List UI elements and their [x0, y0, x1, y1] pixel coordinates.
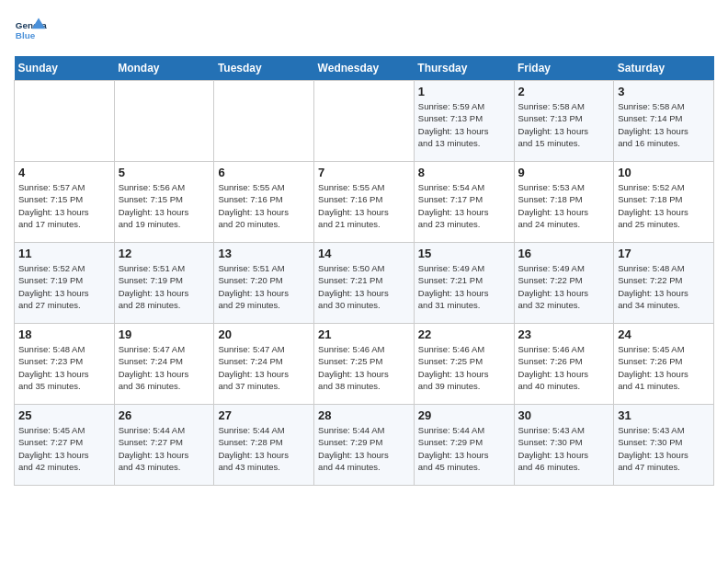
calendar-cell: 15Sunrise: 5:49 AM Sunset: 7:21 PM Dayli… [414, 243, 514, 324]
day-info: Sunrise: 5:52 AM Sunset: 7:19 PM Dayligh… [18, 262, 110, 311]
calendar-cell: 3Sunrise: 5:58 AM Sunset: 7:14 PM Daylig… [614, 81, 714, 162]
day-info: Sunrise: 5:46 AM Sunset: 7:25 PM Dayligh… [318, 343, 410, 392]
day-number: 25 [18, 408, 110, 422]
calendar-week-1: 1Sunrise: 5:59 AM Sunset: 7:13 PM Daylig… [15, 81, 714, 162]
day-info: Sunrise: 5:47 AM Sunset: 7:24 PM Dayligh… [119, 343, 210, 392]
calendar-table: SundayMondayTuesdayWednesdayThursdayFrid… [14, 56, 714, 486]
day-info: Sunrise: 5:53 AM Sunset: 7:18 PM Dayligh… [518, 181, 610, 230]
day-number: 3 [618, 85, 710, 98]
day-info: Sunrise: 5:55 AM Sunset: 7:16 PM Dayligh… [318, 181, 410, 230]
calendar-cell: 7Sunrise: 5:55 AM Sunset: 7:16 PM Daylig… [314, 162, 415, 243]
day-info: Sunrise: 5:51 AM Sunset: 7:20 PM Dayligh… [218, 262, 310, 311]
calendar-cell: 9Sunrise: 5:53 AM Sunset: 7:18 PM Daylig… [514, 162, 614, 243]
day-info: Sunrise: 5:58 AM Sunset: 7:13 PM Dayligh… [518, 100, 610, 149]
day-info: Sunrise: 5:50 AM Sunset: 7:21 PM Dayligh… [318, 262, 410, 311]
day-number: 28 [318, 408, 410, 422]
calendar-cell: 19Sunrise: 5:47 AM Sunset: 7:24 PM Dayli… [114, 324, 214, 405]
calendar-cell: 27Sunrise: 5:44 AM Sunset: 7:28 PM Dayli… [214, 405, 314, 486]
day-info: Sunrise: 5:43 AM Sunset: 7:30 PM Dayligh… [618, 424, 710, 473]
day-info: Sunrise: 5:44 AM Sunset: 7:29 PM Dayligh… [418, 424, 510, 473]
day-number: 15 [418, 247, 510, 260]
calendar-cell: 12Sunrise: 5:51 AM Sunset: 7:19 PM Dayli… [114, 243, 214, 324]
calendar-week-4: 18Sunrise: 5:48 AM Sunset: 7:23 PM Dayli… [15, 324, 714, 405]
calendar-cell: 14Sunrise: 5:50 AM Sunset: 7:21 PM Dayli… [314, 243, 415, 324]
calendar-cell: 2Sunrise: 5:58 AM Sunset: 7:13 PM Daylig… [514, 81, 614, 162]
day-number: 22 [418, 327, 510, 341]
logo-icon: General Blue [14, 14, 47, 47]
calendar-cell: 22Sunrise: 5:46 AM Sunset: 7:25 PM Dayli… [414, 324, 514, 405]
day-number: 5 [119, 166, 210, 179]
day-number: 24 [618, 327, 710, 341]
calendar-cell [15, 81, 115, 162]
day-info: Sunrise: 5:56 AM Sunset: 7:15 PM Dayligh… [119, 181, 210, 230]
day-info: Sunrise: 5:59 AM Sunset: 7:13 PM Dayligh… [418, 100, 510, 149]
calendar-cell: 31Sunrise: 5:43 AM Sunset: 7:30 PM Dayli… [614, 405, 714, 486]
day-number: 16 [518, 247, 610, 260]
day-number: 29 [418, 408, 510, 422]
day-info: Sunrise: 5:49 AM Sunset: 7:22 PM Dayligh… [518, 262, 610, 311]
day-number: 6 [218, 166, 310, 179]
day-info: Sunrise: 5:46 AM Sunset: 7:25 PM Dayligh… [418, 343, 510, 392]
day-info: Sunrise: 5:51 AM Sunset: 7:19 PM Dayligh… [119, 262, 210, 311]
day-number: 4 [18, 166, 110, 179]
header-friday: Friday [514, 56, 614, 81]
day-info: Sunrise: 5:48 AM Sunset: 7:22 PM Dayligh… [618, 262, 710, 311]
calendar-cell: 23Sunrise: 5:46 AM Sunset: 7:26 PM Dayli… [514, 324, 614, 405]
calendar-cell: 10Sunrise: 5:52 AM Sunset: 7:18 PM Dayli… [614, 162, 714, 243]
calendar-cell: 5Sunrise: 5:56 AM Sunset: 7:15 PM Daylig… [114, 162, 214, 243]
day-info: Sunrise: 5:47 AM Sunset: 7:24 PM Dayligh… [218, 343, 310, 392]
day-info: Sunrise: 5:45 AM Sunset: 7:26 PM Dayligh… [618, 343, 710, 392]
day-info: Sunrise: 5:45 AM Sunset: 7:27 PM Dayligh… [18, 424, 110, 473]
day-number: 14 [318, 247, 410, 260]
header-wednesday: Wednesday [314, 56, 415, 81]
day-number: 20 [218, 327, 310, 341]
calendar-cell: 21Sunrise: 5:46 AM Sunset: 7:25 PM Dayli… [314, 324, 415, 405]
calendar-header-row: SundayMondayTuesdayWednesdayThursdayFrid… [15, 56, 714, 81]
day-number: 27 [218, 408, 310, 422]
calendar-cell: 8Sunrise: 5:54 AM Sunset: 7:17 PM Daylig… [414, 162, 514, 243]
calendar-cell: 6Sunrise: 5:55 AM Sunset: 7:16 PM Daylig… [214, 162, 314, 243]
day-number: 8 [418, 166, 510, 179]
calendar-cell: 13Sunrise: 5:51 AM Sunset: 7:20 PM Dayli… [214, 243, 314, 324]
calendar-cell: 24Sunrise: 5:45 AM Sunset: 7:26 PM Dayli… [614, 324, 714, 405]
day-number: 11 [18, 247, 110, 260]
day-number: 26 [119, 408, 210, 422]
day-number: 1 [418, 85, 510, 98]
day-number: 19 [119, 327, 210, 341]
page-header: General Blue [14, 14, 714, 47]
logo: General Blue [14, 14, 47, 47]
day-info: Sunrise: 5:57 AM Sunset: 7:15 PM Dayligh… [18, 181, 110, 230]
calendar-week-5: 25Sunrise: 5:45 AM Sunset: 7:27 PM Dayli… [15, 405, 714, 486]
day-number: 23 [518, 327, 610, 341]
day-info: Sunrise: 5:44 AM Sunset: 7:29 PM Dayligh… [318, 424, 410, 473]
calendar-cell: 17Sunrise: 5:48 AM Sunset: 7:22 PM Dayli… [614, 243, 714, 324]
calendar-cell: 29Sunrise: 5:44 AM Sunset: 7:29 PM Dayli… [414, 405, 514, 486]
header-monday: Monday [114, 56, 214, 81]
calendar-cell [214, 81, 314, 162]
calendar-cell [314, 81, 415, 162]
calendar-week-2: 4Sunrise: 5:57 AM Sunset: 7:15 PM Daylig… [15, 162, 714, 243]
day-info: Sunrise: 5:55 AM Sunset: 7:16 PM Dayligh… [218, 181, 310, 230]
day-number: 12 [119, 247, 210, 260]
day-number: 13 [218, 247, 310, 260]
day-info: Sunrise: 5:43 AM Sunset: 7:30 PM Dayligh… [518, 424, 610, 473]
svg-text:Blue: Blue [16, 30, 36, 40]
header-saturday: Saturday [614, 56, 714, 81]
calendar-cell: 1Sunrise: 5:59 AM Sunset: 7:13 PM Daylig… [414, 81, 514, 162]
day-info: Sunrise: 5:52 AM Sunset: 7:18 PM Dayligh… [618, 181, 710, 230]
header-sunday: Sunday [15, 56, 115, 81]
header-tuesday: Tuesday [214, 56, 314, 81]
calendar-cell: 28Sunrise: 5:44 AM Sunset: 7:29 PM Dayli… [314, 405, 415, 486]
day-number: 30 [518, 408, 610, 422]
calendar-cell: 11Sunrise: 5:52 AM Sunset: 7:19 PM Dayli… [15, 243, 115, 324]
day-number: 2 [518, 85, 610, 98]
day-number: 18 [18, 327, 110, 341]
day-info: Sunrise: 5:48 AM Sunset: 7:23 PM Dayligh… [18, 343, 110, 392]
calendar-cell: 18Sunrise: 5:48 AM Sunset: 7:23 PM Dayli… [15, 324, 115, 405]
calendar-cell: 20Sunrise: 5:47 AM Sunset: 7:24 PM Dayli… [214, 324, 314, 405]
calendar-cell [114, 81, 214, 162]
header-thursday: Thursday [414, 56, 514, 81]
day-number: 21 [318, 327, 410, 341]
calendar-cell: 30Sunrise: 5:43 AM Sunset: 7:30 PM Dayli… [514, 405, 614, 486]
day-number: 17 [618, 247, 710, 260]
